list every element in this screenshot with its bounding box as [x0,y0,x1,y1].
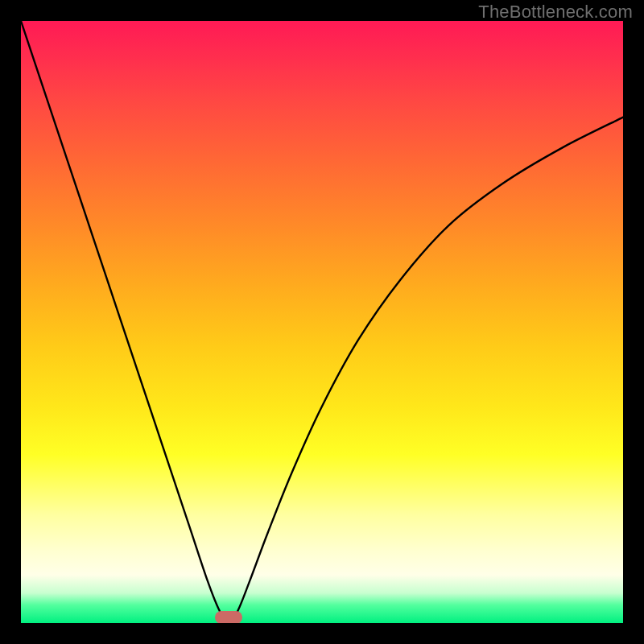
bottleneck-curve [21,21,623,623]
plot-area [21,21,623,623]
optimal-marker [215,611,242,623]
chart-frame: TheBottleneck.com [0,0,644,644]
watermark-text: TheBottleneck.com [478,2,633,23]
